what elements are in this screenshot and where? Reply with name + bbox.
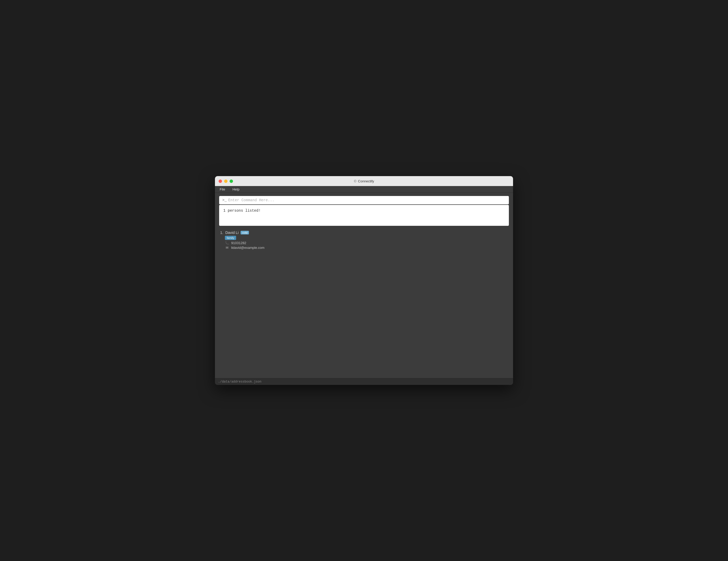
badge-cold: cold [241,231,249,234]
contact-name: David Li [225,230,239,235]
statusbar: ./data/addressbook.json [215,378,513,385]
output-area: 1 persons listed! [219,205,509,226]
contact-tags: family [225,236,508,240]
email-icon: ✉ [225,246,229,249]
app-title: Connectify [358,179,374,183]
contact-email: lidavid@example.com [231,246,264,249]
minimize-button[interactable] [224,179,227,183]
menubar: File Help [215,186,513,193]
contact-email-row: ✉ lidavid@example.com [225,246,508,249]
maximize-button[interactable] [230,179,233,183]
contact-index: 1. [220,230,223,235]
contact-phone-row: 📞 91031282 [225,241,508,245]
titlebar: © Connectify [215,176,513,186]
app-icon: © [354,179,356,183]
contact-phone: 91031282 [231,241,246,245]
window-title: © Connectify [354,179,374,183]
contact-item: 1. David Li cold family 📞 91031282 ✉ lid… [220,230,508,249]
main-content: >_ 1 persons listed! 1. David Li cold fa… [215,193,513,257]
command-input-wrapper: >_ [219,196,509,204]
menu-file[interactable]: File [218,187,227,192]
command-input[interactable] [228,198,506,202]
phone-icon: 📞 [225,241,229,245]
spacer [215,257,513,378]
output-text: 1 persons listed! [223,208,261,213]
app-window: © Connectify File Help >_ 1 persons list… [215,176,513,385]
traffic-lights [219,179,233,183]
contact-list: 1. David Li cold family 📞 91031282 ✉ lid… [219,229,509,254]
close-button[interactable] [219,179,222,183]
menu-help[interactable]: Help [231,187,241,192]
statusbar-text: ./data/addressbook.json [218,380,261,384]
contact-header: 1. David Li cold [220,230,508,235]
badge-family: family [225,236,236,240]
command-prompt: >_ [222,198,227,202]
